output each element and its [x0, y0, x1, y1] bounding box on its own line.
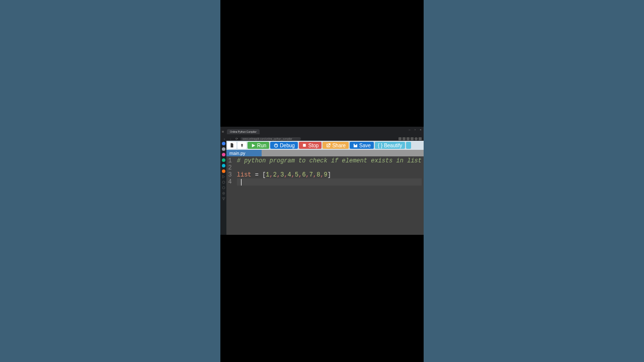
number-token: 9 — [324, 171, 328, 178]
sidebar-app-icon[interactable] — [222, 169, 225, 173]
left-sidebar — [220, 141, 226, 235]
gear-icon[interactable] — [222, 192, 225, 195]
comment-token: # python program to check if element exi… — [237, 157, 422, 164]
debug-button[interactable]: Debug — [270, 142, 297, 149]
toolbar: Run Debug Stop — [226, 141, 424, 150]
url-text: www.onlinegdb.com/online_python_compiler — [243, 137, 292, 140]
back-icon[interactable]: ‹ — [222, 137, 226, 141]
line-number: 1 — [226, 157, 232, 164]
power-icon — [273, 143, 278, 148]
empty-line — [237, 178, 240, 186]
window-control-icon[interactable] — [222, 131, 224, 133]
toolbar-overflow-button[interactable] — [406, 142, 411, 149]
comma-token: , — [270, 171, 273, 178]
line-number: 3 — [226, 171, 232, 178]
sidebar-app-icon[interactable] — [222, 147, 225, 151]
close-icon[interactable]: × — [419, 128, 423, 132]
sidebar-app-icon[interactable] — [222, 153, 225, 156]
line-number: 2 — [226, 164, 232, 171]
comma-token: , — [291, 171, 295, 178]
reload-icon[interactable]: ⟳ — [234, 137, 238, 141]
stop-button[interactable]: Stop — [299, 142, 322, 149]
visible-app-region: Online Python Compiler – ▫ × ‹ › ⟳ www.o… — [220, 127, 424, 235]
profile-icon[interactable] — [415, 137, 418, 140]
sidebar-app-icon[interactable] — [222, 142, 225, 145]
save-icon — [353, 143, 358, 148]
play-icon — [251, 143, 256, 148]
file-tab-label: main.py — [229, 151, 246, 156]
extension-icon[interactable] — [407, 137, 410, 140]
browser-titlebar: Online Python Compiler – ▫ × — [220, 127, 424, 136]
phone-frame: Online Python Compiler – ▫ × ‹ › ⟳ www.o… — [220, 0, 424, 362]
beautify-button[interactable]: { } Beautify — [375, 142, 405, 149]
list-contents: 1,2,3,4,5,6,7,8,9 — [266, 171, 327, 178]
share-button[interactable]: Share — [323, 142, 349, 149]
save-label: Save — [359, 143, 371, 148]
stop-label: Stop — [308, 143, 319, 148]
code-line: # python program to check if element exi… — [237, 157, 422, 164]
extension-icon[interactable] — [411, 137, 414, 140]
debug-label: Debug — [280, 143, 294, 148]
forward-icon[interactable]: › — [228, 137, 232, 141]
comma-token: , — [320, 171, 324, 178]
sidebar-app-icon[interactable] — [222, 158, 225, 162]
code-line: list = [1,2,3,4,5,6,7,8,9] — [237, 171, 422, 178]
line-number: 4 — [226, 178, 232, 186]
line-gutter: 1 2 3 4 — [226, 156, 235, 235]
play-outline-icon[interactable] — [222, 175, 225, 178]
upload-button[interactable] — [237, 142, 247, 149]
run-button[interactable]: Run — [248, 142, 269, 149]
browser-url-bar: ‹ › ⟳ www.onlinegdb.com/online_python_co… — [220, 136, 424, 141]
comma-token: , — [284, 171, 287, 178]
share-label: Share — [332, 143, 346, 148]
sidebar-app-icon[interactable] — [222, 164, 225, 167]
code-line-active — [237, 178, 422, 186]
new-file-button[interactable] — [227, 142, 236, 149]
filter-icon[interactable] — [222, 197, 225, 201]
browser-tab[interactable]: Online Python Compiler — [227, 129, 260, 134]
number-token: 6 — [302, 171, 305, 178]
url-field[interactable]: www.onlinegdb.com/online_python_compiler — [240, 137, 301, 140]
number-token: 7 — [309, 171, 313, 178]
file-tab-main[interactable]: main.py — [226, 150, 262, 156]
new-file-icon — [229, 143, 234, 148]
assign-token: = — [252, 171, 263, 178]
maximize-icon[interactable]: ▫ — [413, 128, 417, 132]
code-area[interactable]: # python program to check if element exi… — [235, 156, 424, 235]
svg-rect-6 — [303, 144, 306, 147]
menu-icon[interactable] — [419, 137, 422, 140]
comma-token: , — [306, 171, 309, 178]
bracket-token: ] — [328, 171, 331, 178]
keyword-token: list — [237, 171, 252, 178]
stop-icon — [302, 143, 307, 148]
browser-tab-title: Online Python Compiler — [230, 130, 257, 134]
run-label: Run — [257, 143, 266, 148]
circle-outline-icon[interactable] — [222, 180, 225, 184]
svg-point-0 — [222, 181, 225, 184]
code-line — [237, 164, 422, 171]
code-editor[interactable]: 1 2 3 4 # python program to check if ele… — [226, 156, 424, 235]
circle-outline-icon[interactable] — [222, 186, 225, 190]
svg-point-1 — [222, 187, 225, 189]
upload-icon — [239, 143, 245, 148]
beautify-label: { } Beautify — [378, 143, 402, 148]
number-token: 4 — [288, 171, 291, 178]
svg-point-3 — [223, 193, 223, 194]
share-icon — [326, 143, 331, 148]
extension-icon[interactable] — [403, 137, 406, 140]
text-cursor — [241, 179, 242, 186]
number-token: 1 — [266, 171, 269, 178]
minimize-icon[interactable]: – — [408, 128, 412, 132]
number-token: 2 — [273, 171, 277, 178]
save-button[interactable]: Save — [350, 142, 374, 149]
extension-icon[interactable] — [398, 137, 401, 140]
file-tab-strip: main.py — [226, 150, 424, 156]
